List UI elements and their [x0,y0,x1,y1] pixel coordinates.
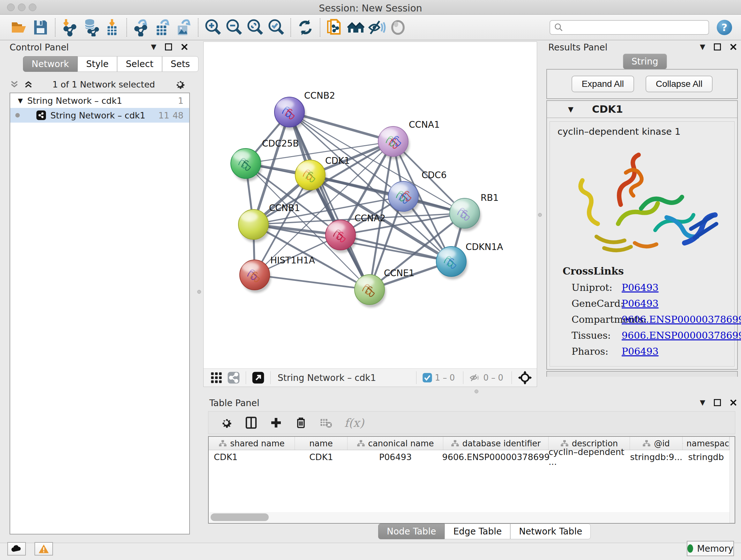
cloud-status-button[interactable] [7,542,26,556]
node-HIST1H1A[interactable]: HIST1H1A [240,255,315,293]
left-splitter-handle[interactable] [197,290,201,294]
column-header-shared-name[interactable]: shared name [209,437,295,450]
panel-menu-icon[interactable]: ▼ [151,43,156,51]
delete-column-trash-icon[interactable] [294,416,307,429]
clone-network-button[interactable] [324,17,345,37]
open-session-button[interactable] [9,17,30,37]
column-header-name[interactable]: name [295,437,347,450]
export-table-button[interactable] [152,17,173,37]
scrollbar-thumb[interactable] [211,513,269,521]
search-box[interactable] [549,20,709,35]
table-cell[interactable]: CDK1 [209,450,295,463]
crosslink-link[interactable]: P06493 [622,282,659,293]
column-header-namespac[interactable]: namespac [683,437,730,450]
warnings-button[interactable] [35,542,53,556]
table-vertical-scrollbar[interactable] [730,437,735,523]
table-horizontal-scrollbar[interactable] [209,512,730,522]
show-columns-icon[interactable] [245,416,258,429]
detach-view-icon[interactable] [252,371,265,384]
node-CDK1[interactable]: CDK1 [295,155,350,193]
node-CCNA1[interactable]: CCNA1 [378,119,440,159]
float-panel-icon[interactable] [165,43,172,51]
table-cell[interactable]: stringdb:9... [630,450,683,463]
panel-menu-icon[interactable]: ▼ [700,43,705,51]
network-badge-icon[interactable] [227,371,240,384]
tab-style[interactable]: Style [77,56,117,72]
table-cell[interactable]: 9606.ENSP00000378699 [443,450,549,463]
tab-network-table[interactable]: Network Table [510,523,591,539]
import-network-from-database-button[interactable] [80,17,102,37]
home-button[interactable] [345,17,366,37]
hide-unhide-button[interactable] [366,17,387,37]
right-splitter-handle[interactable] [538,213,542,217]
import-network-button[interactable] [59,17,80,37]
search-input[interactable] [563,23,704,32]
float-panel-icon[interactable] [714,43,721,51]
network-collection-row[interactable]: ▼ String Network – cdk1 1 [10,93,189,108]
tab-node-table[interactable]: Node Table [378,523,445,539]
crosslinks-section: CrossLinks Uniprot:P06493GeneCard:P06493… [562,265,741,362]
column-header-database-identifier[interactable]: database identifier [443,437,549,450]
refresh-button[interactable] [295,17,316,37]
node-label-CDC25B: CDC25B [262,138,299,149]
zoom-selected-button[interactable] [266,17,286,37]
close-panel-icon[interactable] [730,399,737,407]
tab-network[interactable]: Network [23,56,77,72]
memory-button[interactable]: Memory [687,541,734,556]
zoom-out-button[interactable] [223,17,245,37]
grid-view-icon[interactable] [210,371,223,384]
table-cell[interactable]: cyclin–dependent ... [549,450,630,463]
node-RB1[interactable]: RB1 [450,192,498,231]
export-network-button[interactable] [131,17,152,37]
collapse-all-icon[interactable] [10,79,19,89]
gear-icon[interactable] [174,78,186,90]
import-table-button[interactable] [102,17,123,37]
edge-HIST1H1A-CCNE1[interactable] [255,275,369,290]
crosslink-link[interactable]: P06493 [622,346,659,357]
network-view[interactable]: CCNB2CCNA1CDC25BCDK1CDC6RB1CCNB1CCNA2CDK… [203,42,537,387]
table-settings-gear-icon[interactable] [220,416,232,429]
collapse-all-button[interactable]: Collapse All [646,76,713,92]
crosslink-link[interactable]: 9606.ENSP00000378699 [622,314,741,325]
expand-all-button[interactable]: Expand All [571,76,634,92]
table-row[interactable]: CDK1CDK1P064939606.ENSP00000378699cyclin… [209,450,735,463]
help-button[interactable]: ? [717,20,732,35]
crosslink-label: Tissues: [562,330,622,341]
expand-all-icon[interactable] [23,79,33,89]
table-cell[interactable]: P06493 [347,450,443,463]
table-cell[interactable]: stringdb [683,450,730,463]
create-column-plus-icon[interactable] [270,416,282,429]
function-builder-icon[interactable]: f(x) [344,416,364,429]
node-table[interactable]: shared namenamecanonical namedatabase id… [208,436,735,523]
column-header-canonical-name[interactable]: canonical name [347,437,443,450]
tab-select[interactable]: Select [117,56,162,72]
window-title: Session: New Session [0,3,741,14]
horizontal-splitter-handle[interactable] [475,389,478,393]
birds-eye-toggle-icon[interactable] [518,370,532,385]
save-session-button[interactable] [30,17,51,37]
panel-menu-icon[interactable]: ▼ [700,398,705,407]
table-cell[interactable]: CDK1 [295,450,347,463]
tab-edge-table[interactable]: Edge Table [445,523,510,539]
tab-string[interactable]: String [623,54,667,69]
zoom-in-button[interactable] [202,17,223,37]
show-graphics-button[interactable] [387,17,408,37]
zoom-fit-button[interactable] [245,17,266,37]
float-panel-icon[interactable] [714,399,721,407]
node-CDC25B[interactable]: CDC25B [231,138,299,181]
delete-table-icon[interactable] [320,416,332,429]
table-header-row[interactable]: shared namenamecanonical namedatabase id… [209,437,735,450]
tab-sets[interactable]: Sets [162,56,199,72]
export-image-button[interactable] [173,17,194,37]
crosslink-link[interactable]: 9606.ENSP00000378699 [622,330,741,341]
network-graph[interactable]: CCNB2CCNA1CDC25BCDK1CDC6RB1CCNB1CCNA2CDK… [204,42,537,368]
node-CCNE1[interactable]: CCNE1 [354,268,414,307]
network-row[interactable]: String Network – cdk1 11 48 [10,108,189,123]
crosslink-link[interactable]: P06493 [622,298,659,309]
close-panel-icon[interactable] [730,43,737,51]
close-panel-icon[interactable] [181,43,188,51]
collapse-section-icon[interactable]: ▼ [568,105,574,113]
node-CDKN1A[interactable]: CDKN1A [436,242,503,279]
gene-section-header[interactable]: ▼ CDK1 [547,101,737,118]
column-header--id[interactable]: @id [630,437,683,450]
